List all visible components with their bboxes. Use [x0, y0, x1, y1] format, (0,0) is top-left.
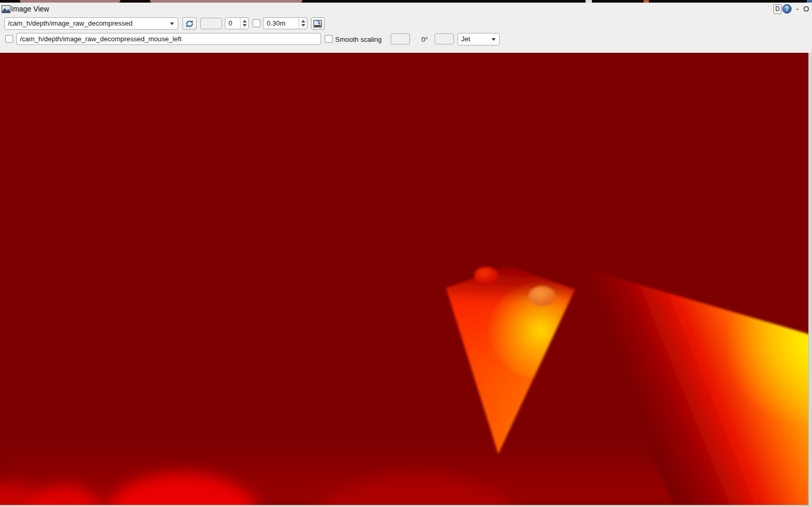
chevron-down-icon [491, 38, 496, 41]
mouse-topic-field-value: /cam_h/depth/image_raw_decompressed_mous… [20, 35, 181, 43]
spin-down-icon [301, 24, 305, 27]
spinner-buttons[interactable] [240, 18, 248, 29]
refresh-topics-button[interactable] [182, 17, 197, 30]
save-image-icon [313, 19, 323, 29]
minimize-button[interactable]: - [794, 4, 800, 14]
smooth-scaling-label: Smooth scaling [335, 36, 382, 43]
close-button[interactable]: O [803, 4, 810, 14]
zoom-field[interactable] [200, 18, 222, 29]
rotate-spinbox[interactable]: 0 [225, 17, 249, 29]
window-border-bottom [0, 505, 808, 507]
rotate-spinbox-value: 0 [228, 19, 232, 27]
rotation-field-left[interactable] [391, 33, 410, 44]
colormap-dropdown[interactable]: Jet [458, 33, 500, 45]
spin-down-icon [243, 24, 247, 27]
plugin-titlebar: Image View D ? - O [0, 3, 812, 16]
mouse-publish-checkbox[interactable] [5, 35, 13, 43]
topic-dropdown-value: /cam_h/depth/image_raw_decompressed [8, 19, 132, 27]
depth-image [0, 53, 808, 505]
box-knob-red [474, 267, 498, 284]
save-image-button[interactable] [311, 17, 325, 30]
rotation-degrees-label: 0° [421, 36, 428, 43]
mouse-topic-field[interactable]: /cam_h/depth/image_raw_decompressed_mous… [16, 33, 321, 45]
spinner-buttons[interactable] [299, 18, 307, 29]
dynamic-range-checkbox[interactable] [253, 19, 260, 27]
spin-up-icon [243, 20, 247, 22]
max-range-spinbox-value: 0.30m [267, 19, 285, 27]
depth-image-canvas[interactable] [0, 53, 808, 505]
help-icon[interactable]: ? [782, 4, 792, 14]
box-knob-orange [529, 286, 556, 306]
dock-button[interactable]: D [773, 4, 782, 14]
chevron-down-icon [170, 22, 174, 25]
colormap-dropdown-value: Jet [461, 35, 470, 43]
image-view-window: Image View D ? - O /cam_h/depth/image_ra… [0, 0, 812, 507]
smooth-scaling-checkbox[interactable] [325, 35, 333, 43]
refresh-icon [185, 19, 195, 29]
topic-dropdown[interactable]: /cam_h/depth/image_raw_decompressed [4, 17, 178, 30]
window-border-right [808, 53, 812, 507]
rotation-field-right[interactable] [434, 33, 454, 44]
plugin-title: Image View [11, 5, 49, 13]
max-range-spinbox[interactable]: 0.30m [263, 17, 307, 29]
spin-up-icon [301, 20, 305, 22]
image-view-icon [2, 5, 10, 14]
